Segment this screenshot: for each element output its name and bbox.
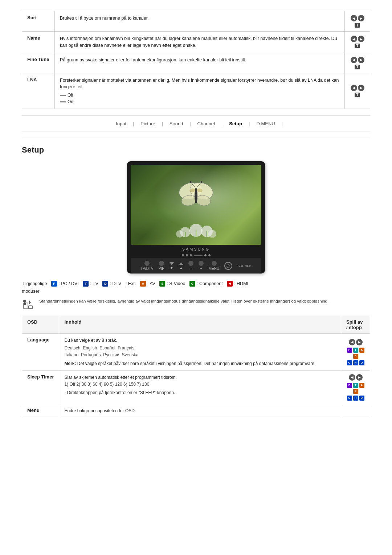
svg-point-15: [208, 230, 216, 238]
tv-btn-down[interactable]: ▼: [170, 262, 174, 270]
arrow-right[interactable]: ▶: [358, 36, 364, 42]
on-dash: [60, 101, 66, 102]
finetune-label: Fine Tune: [22, 53, 55, 73]
arrow-right[interactable]: ▶: [358, 57, 364, 63]
badge-h: H: [227, 281, 233, 287]
setup-title: Setup: [22, 145, 370, 155]
svg-point-8: [201, 181, 203, 183]
name-icon: ◀ ▶ T: [345, 32, 370, 53]
arrow-left[interactable]: ◀: [351, 36, 357, 42]
badge-sl-c: C: [347, 396, 352, 401]
tv-btn-up[interactable]: ▲: [179, 262, 183, 270]
down-triangle: [170, 262, 174, 265]
modes-section: Tilgjengelige P : PC / DVI T : TV D : DT…: [22, 281, 370, 294]
sort-icon: ◀ ▶ T: [345, 11, 370, 32]
arrow-left[interactable]: ◀: [351, 57, 357, 63]
svg-rect-24: [24, 303, 26, 305]
modes-prefix: Tilgjengelige: [22, 281, 47, 286]
name-desc: Hvis informasjon om kanalnavn blir kring…: [55, 32, 345, 53]
tv-container: SAMSUNG TV/DTV PIP: [22, 161, 370, 274]
arrow-right[interactable]: ▶: [356, 339, 363, 345]
arrow-right[interactable]: ▶: [358, 15, 364, 21]
nav-dmenu[interactable]: D.MENU: [250, 119, 281, 128]
mode-text-hdmi: : HDMI: [234, 281, 248, 286]
arrow-left[interactable]: ◀: [351, 85, 357, 91]
tv-btn-tvdtv[interactable]: TV/DTV: [140, 261, 154, 271]
arrow-left[interactable]: ◀: [349, 339, 355, 345]
badge-pt-d: D: [359, 360, 364, 365]
t-badge: T: [355, 23, 360, 28]
divider: [22, 138, 370, 138]
menu-icon: [341, 404, 370, 418]
indicator-dot: [182, 254, 184, 256]
bottom-table-header: OSD Innhold Spill av / stopp: [22, 316, 370, 334]
nav-sound[interactable]: Sound: [163, 119, 190, 128]
tv-btn-menu[interactable]: MENU: [209, 261, 219, 271]
sleep-arrows: ◀ ▶: [349, 374, 363, 381]
indicator-dot: [186, 254, 188, 256]
nav-picture[interactable]: Picture: [134, 119, 162, 128]
lna-label: LNA: [22, 73, 55, 109]
nav-input[interactable]: Input: [109, 119, 133, 128]
mode-text-svideo: : S-Video: [167, 281, 185, 286]
bottom-table: OSD Innhold Spill av / stopp Language Du…: [22, 316, 370, 418]
indicator-dot: [190, 254, 192, 256]
tv-indicators: [131, 253, 261, 258]
language-label: Language: [22, 334, 59, 371]
header-spillav: Spill av / stopp: [341, 316, 370, 334]
arrow-right[interactable]: ▶: [356, 374, 363, 381]
indicator-dot: [204, 254, 207, 256]
badge-sl-h: H: [353, 396, 358, 401]
svg-point-14: [176, 230, 183, 238]
tv-brand: SAMSUNG: [131, 245, 261, 253]
table-row-menu: Menu Endre bakgrunnsopasiteten for OSD.: [22, 404, 370, 418]
feature-table: Sort Brukes til å bytte om numrene på to…: [22, 11, 370, 109]
badge-pt-p: P: [347, 348, 352, 353]
badge-pt-s: S: [353, 354, 358, 359]
arrow-left[interactable]: ◀: [349, 374, 355, 381]
badge-a: A: [140, 281, 146, 287]
mode-text-dtv: : DTV: [110, 281, 121, 286]
mode-text-pcdvi: : PC / DVI: [58, 281, 79, 286]
name-label: Name: [22, 32, 55, 53]
table-row-language: Language Du kan velge et av 8 språk. Deu…: [22, 334, 370, 371]
modes-line: Tilgjengelige P : PC / DVI T : TV D : DT…: [22, 281, 370, 287]
sort-label: Sort: [22, 11, 55, 32]
tv-btn-minus[interactable]: –: [188, 261, 193, 271]
lna-options: Off On: [60, 92, 339, 105]
sleep-note: - Direkteknappen på fjernkontrollen er "…: [64, 389, 336, 396]
plus-label: +: [200, 267, 202, 271]
tvdtv-circle: [144, 261, 150, 266]
t-badge: T: [355, 93, 360, 97]
language-icon: ◀ ▶ P T A S C H D: [341, 334, 370, 371]
badge-pt-a: A: [359, 348, 364, 353]
mode-text-tv: : TV: [90, 281, 98, 286]
arrow-right[interactable]: ▶: [358, 85, 364, 91]
tvdtv-label: TV/DTV: [140, 267, 154, 271]
finetune-icon: ◀ ▶ T: [345, 53, 370, 73]
badge-sl-a: A: [359, 383, 364, 388]
nav-bar: Input | Picture | Sound | Channel | Setu…: [22, 116, 370, 132]
arrow-left[interactable]: ◀: [351, 15, 357, 21]
nav-setup[interactable]: Setup: [222, 119, 249, 128]
mode-text-ext: : Ext.: [126, 281, 136, 286]
tv-btn-plus[interactable]: +: [199, 261, 204, 271]
header-innhold: Innhold: [59, 316, 341, 334]
t-badge: T: [355, 44, 360, 48]
badge-pt-c: C: [347, 360, 352, 365]
source-label: SOURCE: [237, 264, 252, 268]
badge-pt-t: T: [353, 348, 358, 353]
note-row: Standardinnstillingen kan være forskjell…: [22, 298, 370, 311]
sleep-times: 1) Off 2) 30 3) 60 4) 90 5) 120 6) 150 7…: [64, 381, 336, 388]
table-row-name: Name Hvis informasjon om kanalnavn blir …: [22, 32, 370, 53]
tv-btn-source[interactable]: ◯: [224, 262, 232, 270]
indicator-bar: [194, 255, 203, 256]
flowers-svg: [160, 216, 232, 238]
note-text: Standardinnstillingen kan være forskjell…: [39, 298, 328, 304]
table-row-sleep: Sleep Timer Slår av skjermen automatisk …: [22, 370, 370, 404]
lang-arrows: ◀ ▶: [349, 339, 363, 346]
source-icon: ◯: [226, 264, 230, 268]
tv-controls: TV/DTV PIP ▼ ▲ –: [131, 258, 261, 274]
tv-btn-pip[interactable]: PIP: [159, 261, 164, 271]
nav-channel[interactable]: Channel: [191, 119, 221, 128]
